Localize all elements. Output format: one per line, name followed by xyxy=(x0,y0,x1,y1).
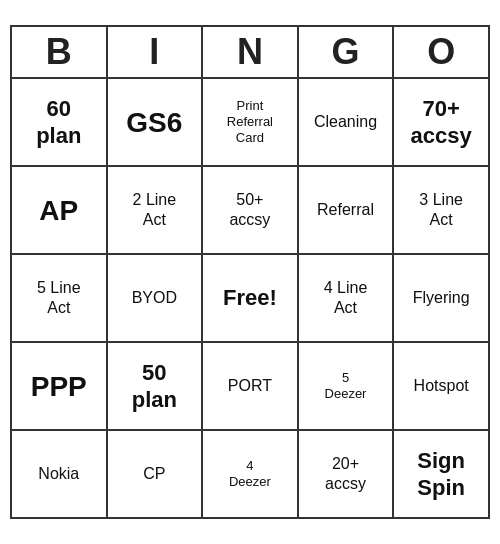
cell-1-1: 2 Line Act xyxy=(107,166,203,254)
cell-0-4: 70+ accsy xyxy=(393,78,489,166)
cell-4-0: Nokia xyxy=(11,430,107,518)
cell-2-4: Flyering xyxy=(393,254,489,342)
cell-1-3: Referral xyxy=(298,166,394,254)
bingo-body: 60 planGS6Print Referral CardCleaning70+… xyxy=(11,78,489,518)
bingo-header-row: B I N G O xyxy=(11,26,489,78)
cell-2-2: Free! xyxy=(202,254,298,342)
cell-3-1: 50 plan xyxy=(107,342,203,430)
cell-4-4: Sign Spin xyxy=(393,430,489,518)
cell-0-1: GS6 xyxy=(107,78,203,166)
header-n: N xyxy=(202,26,298,78)
header-o: O xyxy=(393,26,489,78)
cell-0-2: Print Referral Card xyxy=(202,78,298,166)
table-row: NokiaCP4 Deezer20+ accsySign Spin xyxy=(11,430,489,518)
cell-1-4: 3 Line Act xyxy=(393,166,489,254)
header-g: G xyxy=(298,26,394,78)
cell-1-0: AP xyxy=(11,166,107,254)
bingo-card: B I N G O 60 planGS6Print Referral CardC… xyxy=(10,25,490,519)
cell-4-1: CP xyxy=(107,430,203,518)
cell-1-2: 50+ accsy xyxy=(202,166,298,254)
cell-2-3: 4 Line Act xyxy=(298,254,394,342)
cell-3-4: Hotspot xyxy=(393,342,489,430)
table-row: AP2 Line Act50+ accsyReferral3 Line Act xyxy=(11,166,489,254)
cell-4-2: 4 Deezer xyxy=(202,430,298,518)
cell-2-0: 5 Line Act xyxy=(11,254,107,342)
table-row: 60 planGS6Print Referral CardCleaning70+… xyxy=(11,78,489,166)
cell-3-0: PPP xyxy=(11,342,107,430)
cell-4-3: 20+ accsy xyxy=(298,430,394,518)
table-row: 5 Line ActBYODFree!4 Line ActFlyering xyxy=(11,254,489,342)
header-i: I xyxy=(107,26,203,78)
cell-3-3: 5 Deezer xyxy=(298,342,394,430)
table-row: PPP50 planPORT5 DeezerHotspot xyxy=(11,342,489,430)
cell-3-2: PORT xyxy=(202,342,298,430)
cell-2-1: BYOD xyxy=(107,254,203,342)
cell-0-3: Cleaning xyxy=(298,78,394,166)
header-b: B xyxy=(11,26,107,78)
cell-0-0: 60 plan xyxy=(11,78,107,166)
